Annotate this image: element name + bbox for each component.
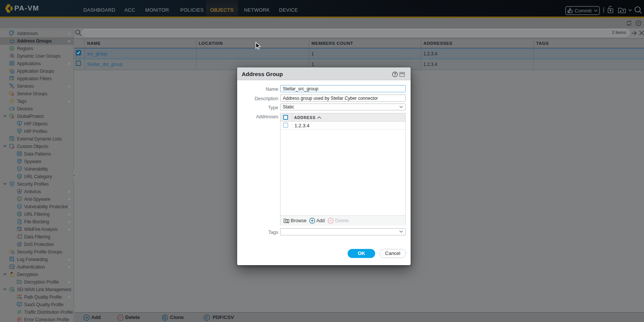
svg-text:?: ? <box>394 72 396 76</box>
svg-text:?: ? <box>19 122 20 124</box>
svg-text:Commit: Commit <box>575 8 592 14</box>
svg-text:?: ? <box>638 21 640 25</box>
